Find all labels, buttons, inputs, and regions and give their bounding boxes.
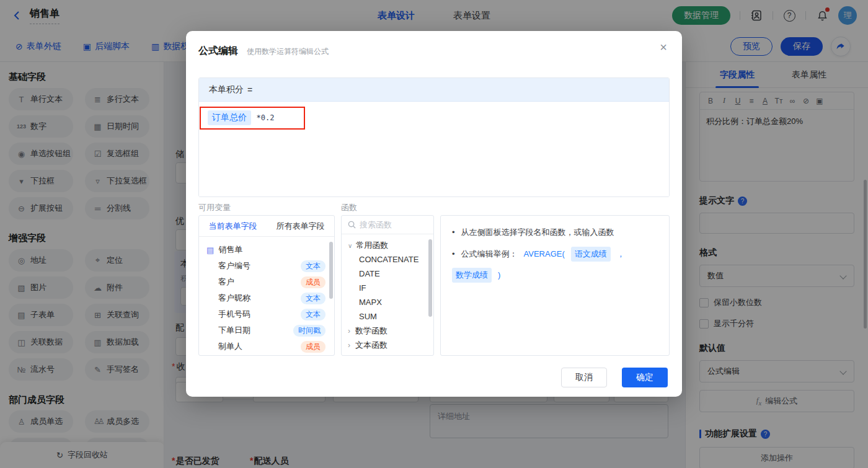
tip-line-1: 从左侧面板选择字段名和函数，或输入函数 bbox=[452, 226, 658, 239]
field-type-badge: 文本 bbox=[301, 293, 326, 304]
variable-field-row[interactable]: 客户昵称 文本 bbox=[199, 290, 334, 306]
search-icon bbox=[348, 221, 356, 229]
variables-tab[interactable]: 所有表单字段 bbox=[267, 216, 334, 236]
functions-panel: 常用函数CONCATENATEDATEIFMAPXSUM数学函数文本函数 bbox=[341, 215, 434, 356]
app-window: 销售单 表单设计表单设置 数据管理 ? 理 ⊘ 表单外链 bbox=[0, 0, 868, 468]
field-type-badge: 成员 bbox=[301, 341, 326, 353]
variable-field-row[interactable]: 手机号码 文本 bbox=[199, 306, 334, 322]
tips-panel: 从左侧面板选择字段名和函数，或输入函数 公式编辑举例：AVERAGE( 语文成绩… bbox=[440, 215, 670, 356]
function-item[interactable]: SUM bbox=[342, 309, 433, 324]
variable-field-row[interactable]: 制单人 成员 bbox=[199, 338, 334, 355]
scrollbar-thumb[interactable] bbox=[329, 242, 333, 299]
function-item[interactable]: 常用函数 bbox=[342, 238, 433, 252]
tip-line-2: 公式编辑举例：AVERAGE( 语文成绩， 数学成绩) bbox=[452, 247, 658, 283]
function-item[interactable]: MAPX bbox=[342, 295, 433, 309]
example-field-chip: 语文成绩 bbox=[571, 247, 611, 262]
field-type-badge: 文本 bbox=[301, 260, 326, 272]
functions-section-label: 函数 bbox=[341, 202, 357, 213]
field-type-badge: 文本 bbox=[301, 309, 326, 320]
field-token-chip[interactable]: 订单总价 bbox=[208, 110, 251, 125]
form-doc-icon: ▤ bbox=[206, 245, 214, 255]
variable-field-row[interactable]: 客户 成员 bbox=[199, 274, 334, 290]
close-icon[interactable]: × bbox=[660, 41, 667, 53]
function-item[interactable]: 数学函数 bbox=[342, 324, 433, 338]
function-item[interactable]: CONCATENATE bbox=[342, 252, 433, 267]
variables-section-label: 可用变量 bbox=[198, 202, 231, 213]
scrollbar-thumb[interactable] bbox=[428, 239, 432, 317]
function-item[interactable]: 文本函数 bbox=[342, 338, 433, 352]
example-field-chip: 数学成绩 bbox=[452, 268, 492, 283]
function-search-input[interactable] bbox=[360, 220, 422, 229]
modal-title: 公式编辑 bbox=[198, 45, 238, 58]
variable-field-row[interactable]: 下单日期 时间戳 bbox=[199, 322, 334, 338]
variables-tab[interactable]: 当前表单字段 bbox=[199, 216, 267, 236]
formula-expression: *0.2 bbox=[256, 113, 274, 122]
modal-subtitle: 使用数学运算符编辑公式 bbox=[247, 46, 329, 57]
function-item[interactable]: IF bbox=[342, 281, 433, 295]
function-item[interactable]: DATE bbox=[342, 267, 433, 281]
confirm-button[interactable]: 确定 bbox=[622, 368, 668, 387]
form-tree-root[interactable]: ▤ 销售单 bbox=[199, 242, 334, 258]
function-search[interactable] bbox=[342, 216, 433, 234]
formula-input-area[interactable]: 订单总价 *0.2 bbox=[199, 102, 669, 197]
variables-panel: 当前表单字段所有表单字段 ▤ 销售单 客户编号 文本 客户 成员 客户昵称 文本 bbox=[198, 215, 335, 356]
field-type-badge: 时间戳 bbox=[293, 325, 326, 337]
field-type-badge: 成员 bbox=[301, 276, 326, 288]
cancel-button[interactable]: 取消 bbox=[561, 368, 607, 387]
formula-editor-area: 本单积分 = 订单总价 *0.2 bbox=[198, 77, 670, 197]
formula-target-bar: 本单积分 = bbox=[199, 78, 669, 102]
formula-editor-modal: 公式编辑 使用数学运算符编辑公式 × 本单积分 = 订单总价 *0.2 可用变量… bbox=[186, 31, 682, 397]
variable-field-row[interactable]: 客户编号 文本 bbox=[199, 258, 334, 274]
